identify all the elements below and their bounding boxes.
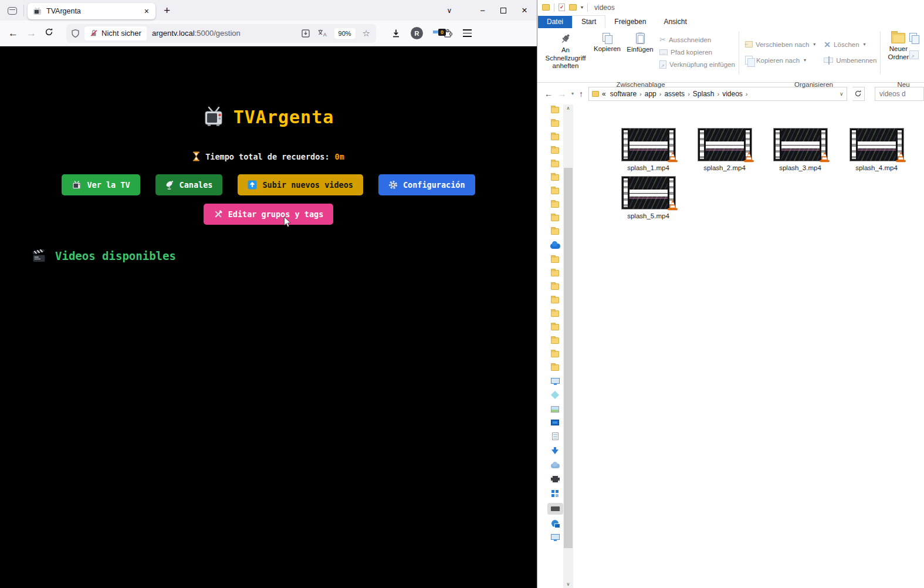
drive-icon[interactable]	[551, 506, 560, 511]
bookmark-star-icon[interactable]: ☆	[363, 28, 370, 39]
paste-shortcut-button[interactable]: Verknüpfung einfügen	[659, 58, 735, 70]
url-text[interactable]: argentv.local:5000/gestion	[152, 29, 241, 38]
folder-icon[interactable]	[551, 174, 559, 181]
downloads-icon[interactable]	[391, 29, 401, 38]
easy-access-icon[interactable]	[909, 50, 919, 59]
folder-icon[interactable]	[551, 215, 559, 221]
file-item[interactable]: splash_1.mp4	[618, 128, 679, 171]
scroll-down-icon[interactable]: ∨	[563, 582, 573, 587]
folder-icon[interactable]	[551, 337, 559, 344]
translate-icon[interactable]: A	[317, 29, 327, 38]
delete-button[interactable]: ✕ Löschen ▾	[824, 38, 876, 50]
zoom-level[interactable]: 90%	[334, 28, 356, 39]
copy-to-button[interactable]: Kopieren nach ▾	[745, 54, 815, 66]
folder-icon[interactable]	[551, 297, 559, 303]
folder-icon[interactable]	[551, 188, 559, 194]
folder-icon[interactable]	[551, 310, 559, 317]
cloud-icon[interactable]	[551, 464, 560, 468]
folder-icon[interactable]	[551, 228, 559, 235]
address-box[interactable]: « software›app›assets›Splash›videos› ∨	[588, 87, 847, 101]
quick-access-dropdown-icon[interactable]: ▾	[581, 5, 583, 10]
breadcrumb-separator-icon[interactable]: ›	[638, 90, 644, 97]
breadcrumb-item[interactable]: videos	[721, 90, 744, 98]
forward-button[interactable]: →	[26, 28, 36, 39]
folder-icon[interactable]	[551, 256, 559, 263]
properties-quick-icon[interactable]	[559, 4, 565, 11]
folder-icon[interactable]	[551, 161, 559, 167]
nav-forward-button[interactable]: →	[558, 89, 566, 99]
minimize-button[interactable]: −	[480, 6, 485, 15]
shield-icon[interactable]	[71, 29, 80, 38]
reload-button[interactable]	[45, 28, 53, 39]
network-icon[interactable]	[551, 520, 559, 527]
breadcrumb-separator-icon[interactable]: ›	[686, 90, 692, 97]
tab-datei[interactable]: Datei	[538, 16, 572, 28]
folder-icon[interactable]	[551, 201, 559, 208]
save-page-icon[interactable]	[301, 29, 310, 38]
maximize-button[interactable]	[500, 8, 506, 13]
downloads-icon[interactable]	[551, 447, 559, 455]
browser-tab[interactable]: TVArgenta ×	[28, 3, 155, 19]
channels-button[interactable]: Canales	[155, 174, 223, 195]
folder-icon[interactable]	[551, 283, 559, 290]
recent-locations-icon[interactable]: ▾	[571, 91, 574, 96]
new-item-icon[interactable]	[909, 33, 919, 43]
back-button[interactable]: ←	[8, 28, 18, 39]
file-item[interactable]: splash_5.mp4	[618, 176, 679, 219]
tab-freigeben[interactable]: Freigeben	[605, 16, 655, 28]
folder-icon[interactable]	[551, 364, 559, 371]
videos-icon[interactable]	[551, 476, 560, 482]
list-all-tabs-icon[interactable]: ∨	[447, 6, 452, 15]
rename-button[interactable]: Umbenennen	[824, 54, 876, 66]
nav-back-button[interactable]: ←	[544, 89, 553, 99]
monitor-icon[interactable]	[551, 378, 560, 384]
tab-ansicht[interactable]: Ansicht	[655, 16, 695, 28]
configuration-button[interactable]: Configuración	[378, 174, 475, 195]
refresh-button[interactable]	[852, 87, 865, 101]
pin-to-quick-access-button[interactable]: An Schnellzugriff anheften	[541, 31, 590, 70]
breadcrumb-item[interactable]: Splash	[692, 90, 716, 98]
close-button[interactable]: ×	[522, 5, 527, 15]
cut-button[interactable]: ✂ Ausschneiden	[659, 33, 735, 46]
menu-icon[interactable]	[463, 29, 472, 36]
folder-icon[interactable]	[551, 134, 559, 140]
apps-icon[interactable]	[551, 490, 554, 493]
3d-objects-icon[interactable]	[551, 391, 559, 399]
folder-icon[interactable]	[551, 147, 559, 154]
monitor-icon[interactable]	[551, 534, 560, 540]
folder-icon[interactable]	[551, 324, 559, 330]
pictures-icon[interactable]	[551, 406, 559, 413]
new-folder-quick-icon[interactable]	[569, 4, 577, 11]
breadcrumb-separator-icon[interactable]: ›	[744, 90, 750, 97]
edit-groups-tags-button[interactable]: Editar grupos y tags	[204, 204, 334, 225]
breadcrumb-item[interactable]: software	[609, 90, 638, 98]
folder-icon[interactable]	[551, 351, 559, 357]
documents-icon[interactable]	[552, 432, 559, 440]
scrollbar-thumb[interactable]	[564, 168, 573, 548]
move-to-button[interactable]: Verschieben nach ▾	[745, 38, 815, 50]
onedrive-icon[interactable]	[550, 244, 560, 249]
watch-tv-button[interactable]: Ver la TV	[62, 174, 140, 195]
copy-path-button[interactable]: ... Pfad kopieren	[659, 46, 735, 58]
tab-start[interactable]: Start	[572, 15, 605, 28]
file-item[interactable]: splash_4.mp4	[846, 128, 907, 171]
url-bar[interactable]: Nicht sicher argentv.local:5000/gestion …	[66, 24, 376, 43]
search-input[interactable]: videos d	[875, 87, 924, 101]
folder-icon[interactable]	[551, 107, 559, 113]
file-item[interactable]: splash_3.mp4	[770, 128, 831, 171]
desktop-icon[interactable]	[551, 420, 559, 425]
folder-icon[interactable]	[551, 270, 559, 276]
tab-close-icon[interactable]: ×	[141, 6, 152, 16]
profile-avatar[interactable]: R	[411, 27, 423, 39]
nav-scrollbar[interactable]: ∧ ∨	[563, 104, 573, 588]
site-security-chip[interactable]: Nicht sicher	[84, 26, 147, 40]
new-tab-button[interactable]: +	[164, 4, 170, 17]
address-dropdown-icon[interactable]: ∨	[840, 91, 844, 97]
paste-button[interactable]: Einfügen	[624, 31, 656, 54]
firefox-view-button[interactable]	[4, 4, 21, 19]
breadcrumb-item[interactable]: app	[644, 90, 658, 98]
upload-videos-button[interactable]: Subir nuevos videos	[238, 174, 363, 195]
nav-up-button[interactable]: ↑	[579, 89, 583, 99]
breadcrumb-separator-icon[interactable]: ›	[658, 90, 664, 97]
scroll-up-icon[interactable]: ∧	[563, 106, 573, 111]
